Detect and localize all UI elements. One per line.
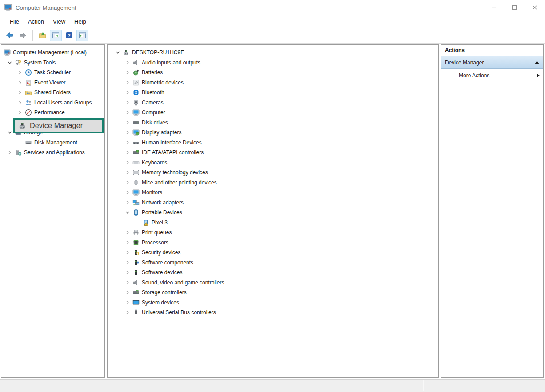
tree-item-ide-ata-atapi-controllers[interactable]: IDE ATA/ATAPI controllers xyxy=(108,148,438,158)
tree-item-portable-devices[interactable]: Portable Devices xyxy=(108,208,438,218)
chevron-right-icon[interactable] xyxy=(123,189,132,196)
export-list-button[interactable] xyxy=(36,30,48,41)
chevron-right-icon[interactable] xyxy=(123,309,132,316)
tree-item-system-tools[interactable]: System Tools xyxy=(1,58,104,68)
chevron-right-icon[interactable] xyxy=(15,109,25,116)
tree-item-biometric-devices[interactable]: Biometric devices xyxy=(108,78,438,88)
chevron-right-icon[interactable] xyxy=(123,89,132,96)
chevron-right-icon[interactable] xyxy=(123,299,132,306)
tree-item-label: Task Scheduler xyxy=(34,69,71,76)
tree-item-universal-serial-bus-controllers[interactable]: Universal Serial Bus controllers xyxy=(108,308,438,318)
chevron-right-icon[interactable] xyxy=(15,89,25,96)
maximize-icon xyxy=(511,4,518,11)
tree-item-disk-management[interactable]: Disk Management xyxy=(1,138,104,148)
back-button[interactable] xyxy=(4,30,16,41)
chevron-right-icon[interactable] xyxy=(123,79,132,86)
chevron-right-icon[interactable] xyxy=(5,149,15,156)
tree-item-audio-inputs-and-outputs[interactable]: Audio inputs and outputs xyxy=(108,58,438,68)
tree-item-label: Performance xyxy=(34,109,65,116)
tree-item-computer-management-local[interactable]: Computer Management (Local) xyxy=(1,48,104,58)
tree-item-network-adapters[interactable]: Network adapters xyxy=(108,198,438,208)
tree-item-performance[interactable]: Performance xyxy=(1,108,104,118)
tree-item-batteries[interactable]: Batteries xyxy=(108,68,438,78)
chevron-right-icon[interactable] xyxy=(15,69,25,76)
tree-item-monitors[interactable]: Monitors xyxy=(108,188,438,198)
tree-item-label: Processors xyxy=(142,240,168,246)
hid-icon xyxy=(132,139,140,146)
chevron-right-icon[interactable] xyxy=(123,139,132,146)
tree-item-security-devices[interactable]: Security devices xyxy=(108,248,438,258)
menu-item-view[interactable]: View xyxy=(48,16,70,27)
chevron-right-icon[interactable] xyxy=(123,149,132,156)
tree-item-pixel-3[interactable]: Pixel 3 xyxy=(108,218,438,228)
tree-item-mice-and-other-pointing-devices[interactable]: Mice and other pointing devices xyxy=(108,178,438,188)
tree-item-services-and-applications[interactable]: Services and Applications xyxy=(1,148,104,158)
menu-item-file[interactable]: File xyxy=(5,16,24,27)
usb-controller-icon xyxy=(132,309,140,316)
actions-item-more-actions[interactable]: More Actions xyxy=(441,69,543,82)
menu-item-help[interactable]: Help xyxy=(70,16,91,27)
tree-item-cameras[interactable]: Cameras xyxy=(108,98,438,108)
tree-item-label: Biometric devices xyxy=(142,80,184,86)
tree-item-task-scheduler[interactable]: Task Scheduler xyxy=(1,68,104,78)
chevron-right-icon[interactable] xyxy=(123,99,132,106)
tree-item-shared-folders[interactable]: Shared Folders xyxy=(1,88,104,98)
chevron-down-icon[interactable] xyxy=(123,209,132,216)
chevron-right-icon[interactable] xyxy=(123,269,132,276)
desktop-pc-icon xyxy=(123,49,130,56)
chevron-down-icon[interactable] xyxy=(113,49,123,56)
disk-drive-icon xyxy=(132,119,140,126)
close-button[interactable] xyxy=(525,0,545,15)
chevron-right-icon[interactable] xyxy=(123,109,132,116)
tree-item-bluetooth[interactable]: Bluetooth xyxy=(108,88,438,98)
actions-group-device-manager[interactable]: Device Manager xyxy=(441,56,543,69)
tree-item-processors[interactable]: Processors xyxy=(108,238,438,248)
menu-item-action[interactable]: Action xyxy=(24,16,48,27)
tree-item-print-queues[interactable]: Print queues xyxy=(108,228,438,238)
tree-item-keyboards[interactable]: Keyboards xyxy=(108,158,438,168)
tree-item-sound-video-and-game-controllers[interactable]: Sound, video and game controllers xyxy=(108,278,438,288)
tree-item-display-adapters[interactable]: Display adapters xyxy=(108,128,438,138)
chevron-right-icon[interactable] xyxy=(123,119,132,126)
chevron-right-icon[interactable] xyxy=(123,199,132,206)
chevron-right-icon[interactable] xyxy=(15,79,25,86)
help-button[interactable]: ? xyxy=(63,30,75,41)
chevron-right-icon[interactable] xyxy=(123,169,132,176)
tree-item-computer[interactable]: Computer xyxy=(108,108,438,118)
tree-item-label: Bluetooth xyxy=(142,89,164,96)
show-console-tree-button[interactable] xyxy=(50,30,62,41)
chevron-right-icon[interactable] xyxy=(123,259,132,266)
forward-button[interactable] xyxy=(17,30,29,41)
tree-item-human-interface-devices[interactable]: Human Interface Devices xyxy=(108,138,438,148)
mouse-icon xyxy=(132,179,140,186)
collapse-arrow-icon[interactable] xyxy=(535,61,539,64)
chevron-right-icon[interactable] xyxy=(15,99,25,106)
tree-item-event-viewer[interactable]: Event Viewer xyxy=(1,78,104,88)
tree-item-local-users-and-groups[interactable]: Local Users and Groups xyxy=(1,98,104,108)
tree-item-software-components[interactable]: Software components xyxy=(108,258,438,268)
chevron-right-icon[interactable] xyxy=(123,289,132,296)
tree-item-device-manager-magnified[interactable]: Device Manager xyxy=(15,120,102,132)
chevron-right-icon[interactable] xyxy=(123,69,132,76)
chevron-right-icon[interactable] xyxy=(123,179,132,186)
forward-arrow-icon xyxy=(19,32,27,39)
minimize-button[interactable] xyxy=(484,0,504,15)
tree-item-software-devices[interactable]: Software devices xyxy=(108,268,438,278)
window-title: Computer Management xyxy=(16,4,76,11)
maximize-button[interactable] xyxy=(504,0,525,15)
tree-item-desktop-ru1hc9e[interactable]: DESKTOP-RU1HC9E xyxy=(108,48,438,58)
tree-item-memory-technology-devices[interactable]: Memory technology devices xyxy=(108,168,438,178)
chevron-right-icon[interactable] xyxy=(123,279,132,286)
show-action-pane-button[interactable] xyxy=(76,30,88,41)
sound-controller-icon xyxy=(132,279,140,286)
tree-item-system-devices[interactable]: System devices xyxy=(108,298,438,308)
tree-item-storage-controllers[interactable]: Storage controllers xyxy=(108,288,438,298)
chevron-down-icon[interactable] xyxy=(5,59,15,66)
chevron-right-icon[interactable] xyxy=(123,59,132,66)
chevron-right-icon[interactable] xyxy=(123,129,132,136)
chevron-right-icon[interactable] xyxy=(123,159,132,166)
chevron-right-icon[interactable] xyxy=(123,239,132,246)
tree-item-disk-drives[interactable]: Disk drives xyxy=(108,118,438,128)
chevron-right-icon[interactable] xyxy=(123,249,132,256)
chevron-right-icon[interactable] xyxy=(123,229,132,236)
